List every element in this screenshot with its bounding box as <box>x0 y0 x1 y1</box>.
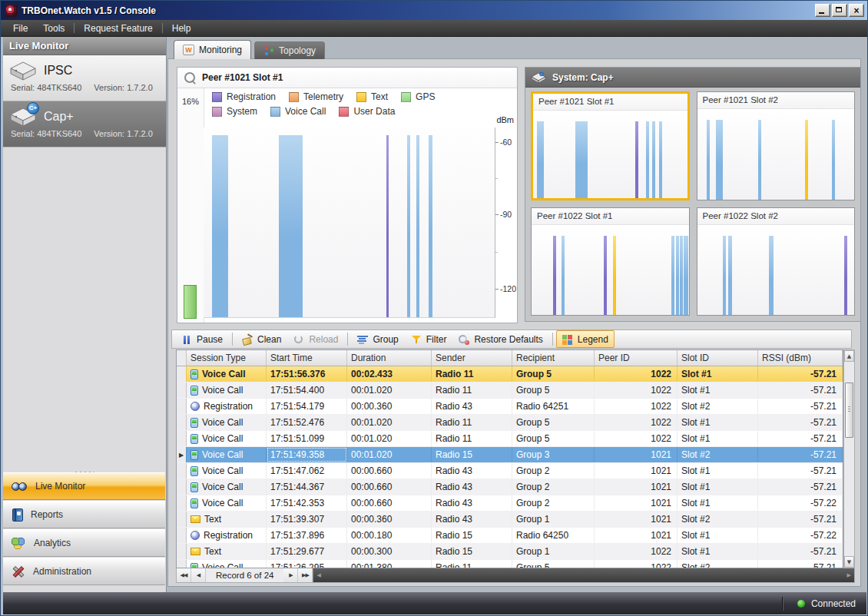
column-header-sender[interactable]: Sender <box>432 350 512 366</box>
cell-peer-id: 1021 <box>595 447 678 462</box>
session-bar-registration <box>844 236 846 315</box>
record-counter: Record 6 of 24 <box>206 571 283 580</box>
group-button[interactable]: Group <box>351 330 404 348</box>
cell-slot-id: Slot #1 <box>678 431 758 446</box>
voice-call-icon <box>190 563 198 569</box>
cell-session-type: Registration <box>187 399 267 414</box>
cell-sender: Radio 43 <box>432 463 512 479</box>
table-row[interactable]: Voice Call17:51:42.35300:00.660Radio 43G… <box>177 495 843 512</box>
table-row[interactable]: Voice Call17:51:44.36700:00.660Radio 43G… <box>177 479 843 495</box>
scroll-down-icon[interactable]: ▼ <box>844 556 854 568</box>
cell-duration: 00:01.020 <box>347 431 432 446</box>
session-bar-voice-call <box>652 121 655 198</box>
cell-slot-id: Slot #2 <box>678 399 758 414</box>
main-area: MonitoringTopology Peer #1021 Slot #1 16… <box>167 37 866 592</box>
main-chart-plot[interactable] <box>204 128 495 318</box>
column-header-peer-id[interactable]: Peer ID <box>595 350 678 366</box>
pause-button[interactable]: Pause <box>175 330 229 348</box>
device-serial: Serial: 484TKS640 <box>11 129 81 138</box>
menu-item-help[interactable]: Help <box>164 20 199 37</box>
mini-chart-peer-1021-slot-1[interactable]: Peer #1021 Slot #1 <box>531 91 690 200</box>
table-row[interactable]: Text17:51:39.30700:00.360Radio 43Group 1… <box>177 512 843 528</box>
cell-session-type: Voice Call <box>187 479 267 495</box>
legend-button[interactable]: Legend <box>556 330 615 348</box>
topology-dots-icon <box>263 45 274 56</box>
device-version: Version: 1.7.2.0 <box>94 129 152 138</box>
table-vertical-scrollbar[interactable]: ▲ ▼ <box>843 349 855 568</box>
table-row[interactable]: Text17:51:29.67700:00.300Radio 15Group 1… <box>177 544 843 560</box>
cell-recipient: Group 2 <box>512 495 595 511</box>
tab-monitoring[interactable]: Monitoring <box>174 40 251 59</box>
legend-swatch-icon <box>401 92 411 102</box>
table-row[interactable]: Registration17:51:37.89600:00.180Radio 1… <box>177 528 843 544</box>
menu-item-file[interactable]: File <box>5 20 35 37</box>
restore-defaults-icon <box>459 334 469 345</box>
sidebar-item-live-monitor[interactable]: Live Monitor <box>3 472 165 500</box>
clean-brush-icon <box>242 334 253 345</box>
table-row[interactable]: Voice Call17:51:26.29500:01.380Radio 11G… <box>177 560 843 568</box>
mini-chart-peer-1022-slot-2[interactable]: Peer #1022 Slot #2 <box>697 207 856 316</box>
next-record-button[interactable]: ▶ <box>283 568 298 582</box>
column-header-start-time[interactable]: Start Time <box>267 350 347 366</box>
cell-rssi: -57.21 <box>758 447 843 462</box>
menu-item-tools[interactable]: Tools <box>35 20 72 37</box>
first-record-button[interactable]: ◀◀ <box>177 568 191 582</box>
close-button[interactable]: × <box>849 4 864 17</box>
row-selector <box>177 544 187 559</box>
cell-rssi: -57.21 <box>758 399 843 414</box>
reload-button[interactable]: Reload <box>287 330 344 348</box>
cell-sender: Radio 43 <box>432 479 512 495</box>
session-bar-voice-call <box>671 236 674 315</box>
cell-rssi: -57.22 <box>758 528 843 543</box>
table-row[interactable]: Voice Call17:51:56.37600:02.433Radio 11G… <box>177 366 843 383</box>
table-row[interactable]: Voice Call17:51:47.06200:00.660Radio 43G… <box>177 463 843 479</box>
table-row[interactable]: Registration17:51:54.17900:00.360Radio 4… <box>177 399 843 415</box>
menu-item-request-feature[interactable]: Request Feature <box>76 20 160 37</box>
session-bar-voice-call <box>716 120 723 199</box>
restore-defaults-button[interactable]: Restore Defaults <box>452 330 548 348</box>
axis-tick-label: -90 <box>500 210 512 219</box>
filter-button[interactable]: Filter <box>405 330 453 348</box>
column-header-slot-id[interactable]: Slot ID <box>678 350 758 366</box>
table-row[interactable]: Voice Call17:51:49.35800:01.020Radio 15G… <box>177 447 843 463</box>
cell-session-type: Voice Call <box>187 366 267 382</box>
previous-record-button[interactable]: ◀ <box>191 568 206 582</box>
session-bar-registration <box>386 135 389 317</box>
table-row[interactable]: Voice Call17:51:54.40000:01.020Radio 11G… <box>177 383 843 399</box>
column-header-duration[interactable]: Duration <box>347 350 432 366</box>
mini-chart-peer-1022-slot-1[interactable]: Peer #1022 Slot #1 <box>531 207 690 316</box>
tab-topology[interactable]: Topology <box>254 41 325 59</box>
column-header-session-type[interactable]: Session Type <box>187 350 267 366</box>
sidebar-item-label: Reports <box>31 509 63 520</box>
session-bar-voice-call <box>684 236 688 315</box>
scroll-left-icon[interactable]: ◀ <box>316 572 320 578</box>
device-cap[interactable]: C+Cap+Serial: 484TKS640Version: 1.7.2.0 <box>3 101 166 147</box>
sidebar-item-reports[interactable]: Reports <box>3 501 165 528</box>
scroll-up-icon[interactable]: ▲ <box>844 350 854 362</box>
cell-sender: Radio 15 <box>432 528 512 543</box>
cell-peer-id: 1022 <box>595 399 678 414</box>
sidebar-item-analytics[interactable]: Analytics <box>3 529 165 557</box>
device-ipsc[interactable]: IPSCSerial: 484TKS640Version: 1.7.2.0 <box>3 55 166 101</box>
cell-rssi: -57.21 <box>758 479 843 495</box>
cell-recipient: Group 5 <box>512 366 595 382</box>
table-row[interactable]: Voice Call17:51:52.47600:01.020Radio 11G… <box>177 415 843 431</box>
column-header-recipient[interactable]: Recipient <box>512 350 595 366</box>
clean-button[interactable]: Clean <box>236 330 287 348</box>
sidebar-nav: Live MonitorReportsAnalyticsAdministrati… <box>3 472 165 586</box>
table-toolbar: PauseCleanReloadGroupFilterRestore Defau… <box>171 330 852 349</box>
minimize-button[interactable] <box>815 4 830 17</box>
axis-minor-tick <box>495 178 498 179</box>
mini-chart-peer-1021-slot-2[interactable]: Peer #1021 Slot #2 <box>697 91 856 200</box>
table-horizontal-scrollbar[interactable]: ◀ ▶ <box>313 568 854 582</box>
column-header-rssi-dbm[interactable]: RSSI (dBm) <box>758 350 843 366</box>
maximize-button[interactable] <box>832 4 847 17</box>
cell-sender: Radio 43 <box>432 399 512 414</box>
table-row[interactable]: Voice Call17:51:51.09900:01.020Radio 11G… <box>177 431 843 447</box>
sidebar-item-administration[interactable]: Administration <box>3 558 165 585</box>
cell-start-time: 17:51:54.179 <box>267 399 347 414</box>
scrollbar-thumb[interactable] <box>845 383 853 438</box>
scroll-right-icon[interactable]: ▶ <box>847 572 851 578</box>
report-book-icon <box>12 508 23 522</box>
last-record-button[interactable]: ▶▶ <box>298 568 313 582</box>
